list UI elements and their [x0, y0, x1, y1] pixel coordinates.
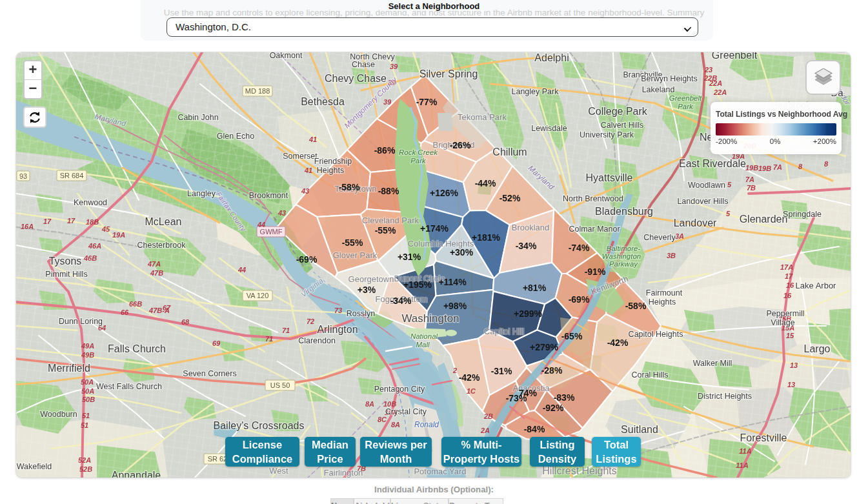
svg-text:19A: 19A — [112, 231, 125, 239]
svg-text:+114%: +114% — [438, 277, 467, 287]
svg-text:Lewisdale: Lewisdale — [531, 124, 567, 133]
svg-text:49B: 49B — [81, 351, 94, 359]
svg-text:Greenbelt: Greenbelt — [712, 52, 758, 61]
svg-text:45: 45 — [101, 225, 110, 233]
svg-text:3B: 3B — [667, 252, 676, 259]
svg-text:23: 23 — [704, 66, 712, 74]
svg-text:13: 13 — [790, 361, 798, 369]
svg-text:8C: 8C — [378, 416, 387, 423]
svg-text:7B: 7B — [747, 184, 756, 192]
svg-text:66: 66 — [121, 308, 129, 316]
svg-text:47A: 47A — [147, 260, 161, 268]
svg-text:-84%: -84% — [524, 424, 545, 434]
svg-text:Chevy Chase: Chevy Chase — [325, 73, 387, 84]
svg-text:Oakmont: Oakmont — [270, 52, 303, 60]
svg-text:Glen Echo: Glen Echo — [217, 132, 254, 141]
svg-text:43: 43 — [278, 209, 286, 217]
svg-text:Capitol Hill: Capitol Hill — [484, 327, 524, 336]
svg-text:Landover: Landover — [674, 217, 717, 228]
svg-text:MD 188: MD 188 — [245, 87, 270, 95]
svg-text:District Heights: District Heights — [698, 392, 752, 401]
svg-text:3A: 3A — [675, 232, 684, 240]
svg-text:-42%: -42% — [459, 372, 480, 383]
svg-text:13: 13 — [787, 381, 795, 388]
svg-text:Bethesda: Bethesda — [301, 96, 345, 107]
svg-text:-65%: -65% — [561, 331, 583, 341]
svg-text:8A: 8A — [391, 421, 400, 428]
svg-text:+174%: +174% — [420, 223, 449, 234]
svg-text:17: 17 — [67, 217, 76, 225]
svg-text:Heights: Heights — [649, 297, 676, 307]
svg-text:Chase: Chase — [352, 60, 375, 69]
svg-text:+195%: +195% — [403, 279, 432, 290]
svg-text:Landover Hills: Landover Hills — [677, 197, 728, 206]
svg-text:Hyattsville: Hyattsville — [586, 172, 633, 183]
svg-text:-91%: -91% — [585, 267, 606, 277]
svg-text:-77%: -77% — [416, 97, 438, 107]
svg-text:Clarendon: Clarendon — [298, 336, 336, 345]
svg-text:8A: 8A — [365, 400, 374, 408]
svg-text:-31%: -31% — [491, 366, 512, 376]
svg-text:52B: 52B — [79, 465, 92, 473]
svg-text:-26%: -26% — [450, 140, 471, 150]
svg-text:19B: 19B — [745, 164, 758, 172]
svg-text:McLean: McLean — [145, 216, 182, 227]
svg-text:Bladensburg: Bladensburg — [595, 206, 653, 217]
svg-text:67: 67 — [163, 304, 171, 312]
svg-text:Colmar Manor: Colmar Manor — [569, 225, 620, 234]
svg-text:Silver Spring: Silver Spring — [419, 68, 478, 79]
svg-text:Lake Arbor: Lake Arbor — [796, 281, 837, 290]
svg-text:Hillcrest Heights: Hillcrest Heights — [542, 465, 617, 476]
svg-text:Merrifield: Merrifield — [48, 363, 90, 374]
svg-text:7A: 7A — [745, 176, 754, 183]
svg-text:69: 69 — [212, 339, 221, 347]
svg-text:+279%: +279% — [530, 342, 559, 352]
svg-text:Dunn Loring: Dunn Loring — [59, 317, 103, 326]
svg-text:Cabin John: Cabin John — [177, 113, 218, 122]
svg-text:Tekoma Park: Tekoma Park — [458, 112, 507, 122]
svg-text:52A: 52A — [78, 456, 91, 464]
svg-text:Washington: Washington — [602, 252, 641, 260]
svg-text:Pimmit Hills: Pimmit Hills — [45, 270, 87, 279]
svg-text:7A: 7A — [773, 163, 782, 171]
svg-text:11A: 11A — [739, 447, 751, 455]
svg-text:46A: 46A — [88, 242, 101, 250]
svg-text:-88%: -88% — [378, 186, 399, 196]
svg-text:1C: 1C — [467, 387, 476, 395]
svg-text:Adelphi: Adelphi — [534, 52, 569, 63]
svg-text:Mall: Mall — [416, 341, 430, 348]
svg-text:-28%: -28% — [541, 365, 563, 376]
svg-text:51: 51 — [81, 421, 88, 429]
svg-text:Lakeland: Lakeland — [642, 85, 675, 94]
svg-text:44: 44 — [237, 266, 246, 274]
svg-text:Chesterbrook: Chesterbrook — [137, 241, 186, 250]
svg-text:+30%: +30% — [450, 247, 474, 257]
svg-text:2A: 2A — [480, 427, 490, 434]
svg-text:+181%: +181% — [472, 232, 501, 243]
svg-text:Largo: Largo — [804, 343, 831, 354]
svg-text:Capitol Heights: Capitol Heights — [629, 330, 683, 339]
svg-text:17: 17 — [785, 272, 793, 280]
svg-text:50A: 50A — [81, 378, 94, 386]
svg-text:US 50: US 50 — [270, 381, 290, 389]
svg-text:-55%: -55% — [342, 237, 363, 248]
svg-text:66B: 66B — [129, 300, 142, 308]
svg-text:Heights: Heights — [317, 166, 344, 175]
svg-text:Potomac Yard: Potomac Yard — [414, 467, 466, 476]
svg-text:North Brentwood: North Brentwood — [563, 194, 623, 203]
svg-text:Fairlington: Fairlington — [324, 468, 363, 478]
svg-text:Tysons: Tysons — [49, 256, 82, 267]
svg-text:Langley Park: Langley Park — [512, 87, 560, 96]
svg-text:Greenbelt: Greenbelt — [669, 94, 702, 102]
svg-text:-58%: -58% — [339, 182, 360, 192]
svg-text:Berwyn Heights: Berwyn Heights — [641, 74, 698, 83]
svg-text:Woodburn: Woodburn — [40, 410, 77, 419]
svg-text:-69%: -69% — [569, 294, 590, 305]
svg-text:18B: 18B — [86, 218, 99, 226]
svg-text:71: 71 — [282, 327, 290, 334]
svg-text:Village: Village — [771, 318, 794, 327]
svg-text:Park: Park — [410, 157, 427, 165]
svg-text:16A: 16A — [21, 223, 34, 230]
svg-text:50A: 50A — [81, 387, 94, 395]
svg-text:+126%: +126% — [430, 188, 459, 198]
